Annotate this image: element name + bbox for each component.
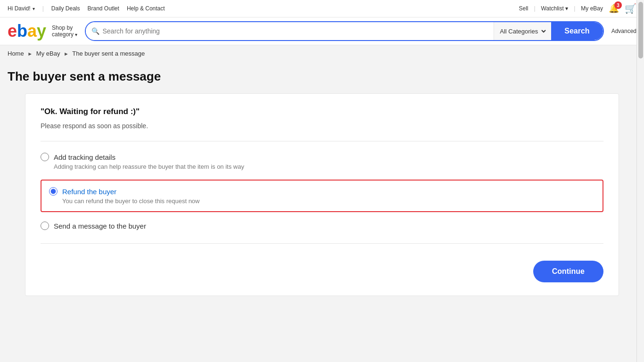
scrollbar[interactable]	[636, 0, 644, 304]
search-input-wrapper: 🔍	[86, 22, 494, 40]
watchlist-arrow: ▾	[565, 5, 568, 12]
breadcrumb-current: The buyer sent a message	[72, 50, 145, 57]
divider-top	[41, 141, 603, 141]
scrollbar-thumb[interactable]	[638, 2, 643, 58]
main-card: "Ok. Waiting for refund :)" Please respo…	[25, 93, 619, 296]
user-greeting[interactable]: Hi David! ▾	[8, 5, 35, 12]
logo-b: b	[17, 21, 27, 41]
sell-link[interactable]: Sell	[519, 5, 528, 12]
top-nav-bar: Hi David! ▾ | Daily Deals Brand Outlet H…	[0, 0, 644, 17]
separator-3: |	[574, 5, 575, 12]
continue-btn-row: Continue	[41, 261, 603, 282]
daily-deals-link[interactable]: Daily Deals	[51, 5, 80, 12]
breadcrumb-myebay[interactable]: My eBay	[36, 50, 60, 57]
shop-by-text: Shop by	[52, 25, 73, 31]
header-row: e b a y Shop by category ▾ 🔍 All Categor…	[8, 21, 636, 45]
refund-sub-text: You can refund the buyer to close this r…	[62, 197, 595, 205]
refund-radio[interactable]	[49, 187, 58, 196]
watchlist-link[interactable]: Watchlist ▾	[541, 5, 569, 12]
category-select[interactable]: All Categories	[498, 27, 547, 35]
option-refund-label-row: Refund the buyer	[49, 187, 595, 196]
myebay-link[interactable]: My eBay	[581, 5, 603, 12]
shop-by-category[interactable]: Shop by category ▾	[52, 25, 77, 38]
option-message-label-row: Send a message to the buyer	[41, 222, 603, 230]
top-nav-left: Hi David! ▾ | Daily Deals Brand Outlet H…	[8, 5, 165, 12]
buyer-instructions: Please respond as soon as possible.	[41, 122, 603, 130]
tracking-sub-text: Adding tracking can help reassure the bu…	[54, 163, 603, 170]
breadcrumb-arrow-1: ►	[27, 51, 33, 57]
help-contact-link[interactable]: Help & Contact	[127, 5, 165, 12]
logo-y: y	[37, 21, 46, 41]
message-label[interactable]: Send a message to the buyer	[54, 222, 146, 230]
category-select-wrapper: All Categories	[494, 22, 551, 40]
search-magnifier-icon: 🔍	[91, 27, 99, 35]
breadcrumb: Home ► My eBay ► The buyer sent a messag…	[0, 45, 644, 62]
ebay-logo[interactable]: e b a y	[8, 21, 46, 41]
option-tracking-label-row: Add tracking details	[41, 153, 603, 161]
search-bar: 🔍 All Categories Search	[85, 21, 603, 41]
category-arrow: ▾	[75, 32, 77, 37]
buyer-message-quote: "Ok. Waiting for refund :)"	[41, 107, 603, 116]
option-tracking: Add tracking details Adding tracking can…	[41, 153, 603, 170]
logo-e: e	[8, 21, 17, 41]
advanced-search-link[interactable]: Advanced	[611, 28, 636, 34]
search-input[interactable]	[102, 27, 488, 35]
greeting-dropdown-arrow: ▾	[33, 6, 35, 11]
separator-1: |	[42, 5, 44, 12]
divider-bottom	[41, 243, 603, 244]
notification-bell[interactable]: 🔔 3	[609, 3, 619, 14]
tracking-label[interactable]: Add tracking details	[54, 153, 116, 161]
option-message: Send a message to the buyer	[41, 222, 603, 232]
category-text: category ▾	[52, 31, 77, 38]
cart-icon[interactable]: 🛒	[625, 3, 636, 14]
separator-2: |	[534, 5, 535, 12]
top-nav-right: Sell | Watchlist ▾ | My eBay 🔔 3 🛒	[519, 3, 636, 14]
brand-outlet-link[interactable]: Brand Outlet	[88, 5, 119, 12]
message-radio[interactable]	[41, 222, 49, 230]
greeting-text: Hi David!	[8, 5, 31, 12]
breadcrumb-arrow-2: ►	[64, 51, 69, 57]
tracking-radio[interactable]	[41, 153, 49, 161]
main-header: e b a y Shop by category ▾ 🔍 All Categor…	[0, 17, 644, 45]
option-refund-highlighted: Refund the buyer You can refund the buye…	[41, 180, 603, 212]
breadcrumb-home[interactable]: Home	[8, 50, 24, 57]
logo-a: a	[27, 21, 37, 41]
notification-badge: 3	[614, 1, 622, 9]
search-button[interactable]: Search	[551, 22, 603, 40]
refund-label[interactable]: Refund the buyer	[62, 188, 116, 196]
page-content: The buyer sent a message "Ok. Waiting fo…	[0, 62, 644, 304]
continue-button[interactable]: Continue	[533, 261, 603, 282]
watchlist-text: Watchlist	[541, 5, 564, 12]
page-title: The buyer sent a message	[8, 69, 636, 84]
